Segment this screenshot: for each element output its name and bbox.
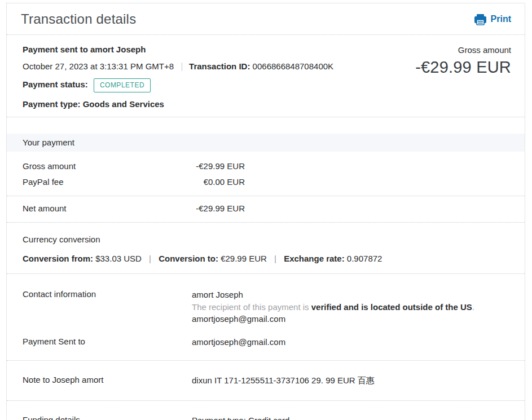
currency-conversion-section: Currency conversion Conversion from: $33… <box>7 223 525 273</box>
currency-conversion-line: Conversion from: $33.03 USD | Conversion… <box>23 253 525 264</box>
recipient-note-bold: verified and is located outside of the U… <box>311 302 472 312</box>
conversion-to-label: Conversion to: <box>159 254 218 263</box>
conversion-to-value: €29.99 EUR <box>221 254 267 263</box>
gross-amount-value: -€29.99 EUR <box>415 58 511 76</box>
section-divider <box>7 273 525 274</box>
note-label: Note to Joseph amort <box>23 374 192 386</box>
section-divider <box>7 400 525 401</box>
row-value: €0.00 EUR <box>204 176 245 187</box>
conversion-from-label: Conversion from: <box>23 254 93 263</box>
pipe-separator: | <box>149 254 151 263</box>
card-header: Transaction details Print <box>7 3 525 35</box>
date-and-txn-line: October 27, 2023 at 3:13:31 PM GMT+8Tran… <box>23 61 333 72</box>
table-row: Net amount -€29.99 EUR <box>23 201 245 216</box>
net-amount-row-container: Net amount -€29.99 EUR <box>23 201 245 216</box>
funding-details-label: Funding details <box>23 414 192 420</box>
gross-amount-label: Gross amount <box>415 45 511 55</box>
your-payment-table: Gross amount -€29.99 EUR PayPal fee €0.0… <box>23 158 245 190</box>
currency-conversion-title: Currency conversion <box>23 235 525 245</box>
payment-sent-to-row: Payment Sent to amortjoseph@gmail.com <box>7 336 525 361</box>
print-button[interactable]: Print <box>474 14 511 25</box>
summary-section: Payment sent to amort Joseph October 27,… <box>7 35 525 117</box>
contact-information-label: Contact information <box>23 289 192 300</box>
transaction-id-label: Transaction ID: <box>189 61 250 71</box>
payment-sent-to-line: Payment sent to amort Joseph <box>23 45 333 55</box>
row-value: -€29.99 EUR <box>196 161 245 171</box>
funding-details-row: Funding details Payment type: Credit car… <box>7 414 525 420</box>
transaction-details-card: Transaction details Print Payment sent t… <box>6 3 525 420</box>
row-value: -€29.99 EUR <box>196 203 245 214</box>
payment-status-line: Payment status:COMPLETED <box>23 78 333 92</box>
print-label: Print <box>491 14 511 24</box>
table-row: Gross amount -€29.99 EUR <box>23 158 245 174</box>
page-title: Transaction details <box>21 11 136 27</box>
table-divider <box>7 196 525 196</box>
recipient-note-gray: The recipient of this payment is <box>192 302 311 312</box>
recipient-verification-note: The recipient of this payment is verifie… <box>192 301 525 313</box>
recipient-note-end: . <box>472 302 474 312</box>
table-row: PayPal fee €0.00 EUR <box>23 174 245 190</box>
status-badge: COMPLETED <box>94 78 151 92</box>
conversion-from-value: $33.03 USD <box>95 254 142 263</box>
row-label: Net amount <box>23 203 67 214</box>
vertical-separator <box>182 63 182 71</box>
payment-sent-to-label: Payment Sent to <box>23 336 192 347</box>
section-divider <box>7 117 525 117</box>
print-icon <box>474 14 487 25</box>
payment-type-line: Payment type: Goods and Services <box>23 99 333 109</box>
note-value: dixun IT 171-1255511-3737106 29. 99 EUR … <box>192 374 525 387</box>
contact-information-row: Contact information amort Joseph The rec… <box>7 289 525 325</box>
payment-status-label: Payment status: <box>23 79 88 89</box>
exchange-rate-label: Exchange rate: <box>284 254 345 263</box>
payment-sent-to-value: amortjoseph@gmail.com <box>192 336 525 348</box>
exchange-rate-value: 0.907872 <box>347 254 382 263</box>
contact-email: amortjoseph@gmail.com <box>192 313 525 325</box>
payment-date: October 27, 2023 at 3:13:31 PM GMT+8 <box>23 61 174 71</box>
pipe-separator: | <box>274 254 276 263</box>
section-divider <box>7 360 525 361</box>
funding-line: Payment type: Credit card <box>192 414 525 420</box>
row-label: Gross amount <box>23 161 76 171</box>
row-label: PayPal fee <box>23 176 64 187</box>
transaction-id: 0066866848708400K <box>253 61 333 71</box>
your-payment-header: Your payment <box>7 134 525 152</box>
note-row: Note to Joseph amort dixun IT 171-125551… <box>7 374 525 400</box>
contact-name: amort Joseph <box>192 289 525 301</box>
